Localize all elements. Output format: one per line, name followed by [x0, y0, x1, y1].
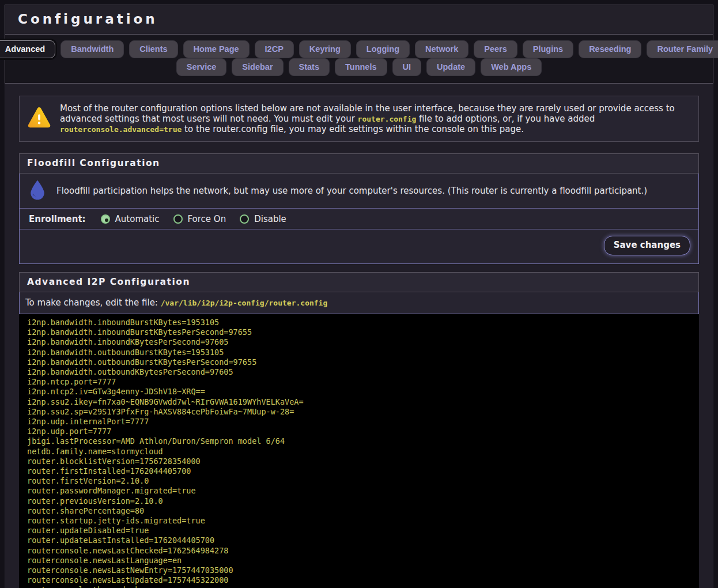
- tab-plugins[interactable]: Plugins: [523, 40, 573, 58]
- radio-label: Force On: [188, 214, 226, 224]
- tab-peers[interactable]: Peers: [474, 40, 517, 58]
- enrollment-radio-group: AutomaticForce OnDisable: [101, 214, 286, 224]
- radio-button-icon[interactable]: [101, 214, 110, 224]
- advanced-section-header: Advanced I2P Configuration: [19, 272, 699, 292]
- save-row: Save changes: [20, 229, 698, 263]
- code-router-config: router.config: [358, 115, 417, 123]
- tab-sidebar[interactable]: Sidebar: [232, 58, 283, 76]
- tab-bandwidth[interactable]: Bandwidth: [61, 40, 124, 58]
- page-title: Configuration: [18, 12, 700, 27]
- content-area: Most of the router configuration options…: [5, 84, 713, 588]
- floodfill-info-text: Floodfill participation helps the networ…: [56, 186, 647, 196]
- enrollment-row: Enrollment: AutomaticForce OnDisable: [20, 209, 698, 229]
- tab-advanced[interactable]: Advanced: [0, 40, 55, 58]
- radio-label: Disable: [254, 214, 286, 224]
- config-listing-block: i2np.bandwidth.inboundBurstKBytes=195310…: [19, 314, 699, 588]
- enrollment-option-automatic[interactable]: Automatic: [101, 214, 160, 224]
- warning-text: Most of the router configuration options…: [60, 103, 690, 134]
- tab-row-2: ServiceSidebarStatsTunnelsUIUpdateWeb Ap…: [14, 58, 704, 76]
- enrollment-option-disable[interactable]: Disable: [240, 214, 286, 224]
- tab-home-page[interactable]: Home Page: [183, 40, 250, 58]
- tab-ui[interactable]: UI: [392, 58, 422, 76]
- tab-web-apps[interactable]: Web Apps: [481, 58, 542, 76]
- radio-label: Automatic: [115, 214, 160, 224]
- config-file-path: /var/lib/i2p/i2p-config/router.config: [161, 299, 328, 307]
- config-nav: AdvancedBandwidthClientsHome PageI2CPKey…: [5, 35, 713, 84]
- advanced-warning-box: Most of the router configuration options…: [19, 96, 699, 142]
- tab-i2cp[interactable]: I2CP: [255, 40, 294, 58]
- warning-triangle-icon: [28, 107, 51, 131]
- router-config-listing: i2np.bandwidth.inboundBurstKBytes=195310…: [27, 318, 699, 588]
- tab-keyring[interactable]: Keyring: [299, 40, 351, 58]
- tab-stats[interactable]: Stats: [289, 58, 330, 76]
- tab-network[interactable]: Network: [415, 40, 468, 58]
- enrollment-label: Enrollment:: [29, 214, 86, 224]
- tab-update[interactable]: Update: [426, 58, 475, 76]
- tab-reseeding[interactable]: Reseeding: [579, 40, 641, 58]
- floodfill-section-body: Floodfill participation helps the networ…: [19, 174, 699, 264]
- radio-button-icon[interactable]: [240, 214, 249, 224]
- code-advanced-true: routerconsole.advanced=true: [60, 125, 182, 134]
- edit-note-row: To make changes, edit the file: /var/lib…: [19, 292, 699, 314]
- edit-note-text: To make changes, edit the file:: [25, 297, 161, 308]
- tab-clients[interactable]: Clients: [129, 40, 177, 58]
- tab-router-family[interactable]: Router Family: [647, 40, 718, 58]
- save-changes-button[interactable]: Save changes: [604, 236, 690, 255]
- radio-button-icon[interactable]: [173, 214, 183, 224]
- title-band: Configuration: [5, 5, 713, 35]
- enrollment-option-force-on[interactable]: Force On: [173, 214, 226, 224]
- section-gap: [19, 264, 699, 272]
- floodfill-info-row: Floodfill participation helps the networ…: [20, 174, 698, 209]
- tab-service[interactable]: Service: [176, 58, 227, 76]
- water-drop-icon: [28, 179, 47, 202]
- tab-row-1: AdvancedBandwidthClientsHome PageI2CPKey…: [14, 40, 704, 58]
- tab-logging[interactable]: Logging: [356, 40, 410, 58]
- floodfill-section-header: Floodfill Configuration: [19, 153, 699, 174]
- tab-tunnels[interactable]: Tunnels: [335, 58, 387, 76]
